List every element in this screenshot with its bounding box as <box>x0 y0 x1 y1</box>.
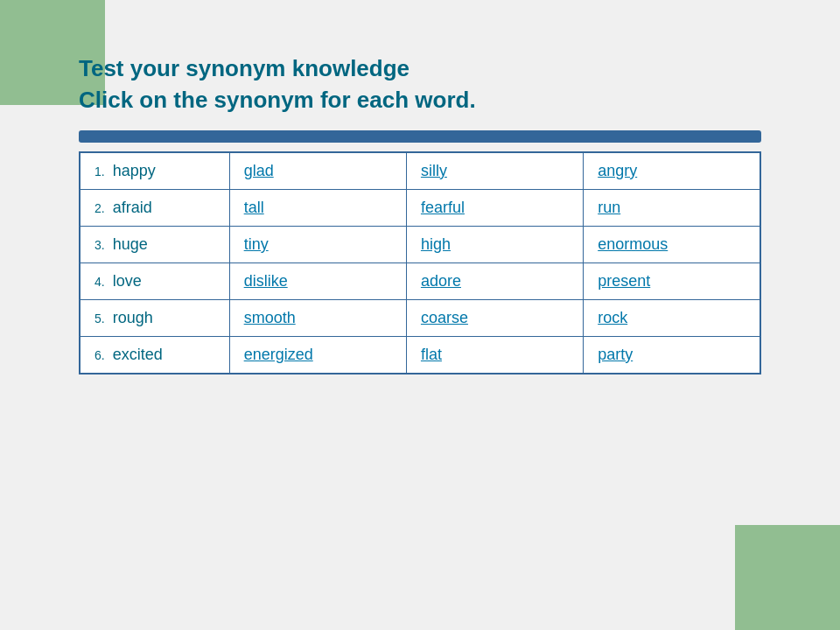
title-line2: Click on the synonym for each word. <box>79 87 476 113</box>
word-label-1: happy <box>108 162 156 179</box>
word-cell-2: 2. afraid <box>80 189 229 226</box>
option-2-2[interactable]: fearful <box>406 189 583 226</box>
option-4-1[interactable]: dislike <box>229 262 406 299</box>
option-5-2[interactable]: coarse <box>406 299 583 336</box>
table-row: 6. excitedenergizedflatparty <box>80 336 760 374</box>
word-label-4: love <box>108 272 142 290</box>
option-1-1[interactable]: glad <box>229 152 406 190</box>
option-6-1[interactable]: energized <box>229 336 406 374</box>
title-line1: Test your synonym knowledge <box>79 55 410 81</box>
word-label-5: rough <box>108 309 153 326</box>
word-cell-5: 5. rough <box>80 299 229 336</box>
option-5-3[interactable]: rock <box>584 299 760 336</box>
table-row: 5. roughsmoothcoarserock <box>80 299 760 336</box>
table-row: 1. happygladsillyangry <box>80 152 760 190</box>
table-row: 3. hugetinyhighenormous <box>80 226 760 262</box>
row-num-3: 3. <box>94 238 105 252</box>
blue-divider <box>79 130 761 143</box>
content-area: Test your synonym knowledge Click on the… <box>79 52 761 578</box>
word-label-2: afraid <box>108 199 152 216</box>
option-3-2[interactable]: high <box>406 226 583 262</box>
row-num-4: 4. <box>94 275 105 289</box>
word-label-6: excited <box>108 346 163 363</box>
option-4-2[interactable]: adore <box>406 262 583 299</box>
option-6-3[interactable]: party <box>584 336 760 374</box>
row-num-1: 1. <box>94 164 105 178</box>
option-2-3[interactable]: run <box>584 189 760 226</box>
option-3-1[interactable]: tiny <box>229 226 406 262</box>
option-2-1[interactable]: tall <box>229 189 406 226</box>
row-num-5: 5. <box>94 312 105 326</box>
option-1-2[interactable]: silly <box>406 152 583 190</box>
option-6-2[interactable]: flat <box>406 336 583 374</box>
synonym-table: 1. happygladsillyangry2. afraidtallfearf… <box>79 151 761 374</box>
word-cell-3: 3. huge <box>80 226 229 262</box>
table-row: 4. lovedislikeadorepresent <box>80 262 760 299</box>
option-1-3[interactable]: angry <box>584 152 760 190</box>
option-4-3[interactable]: present <box>584 262 760 299</box>
row-num-6: 6. <box>94 348 105 362</box>
page-title: Test your synonym knowledge Click on the… <box>79 52 761 116</box>
word-label-3: huge <box>108 235 148 253</box>
word-cell-4: 4. love <box>80 262 229 299</box>
row-num-2: 2. <box>94 201 105 215</box>
word-cell-1: 1. happy <box>80 152 229 190</box>
word-cell-6: 6. excited <box>80 336 229 374</box>
option-5-1[interactable]: smooth <box>229 299 406 336</box>
option-3-3[interactable]: enormous <box>584 226 760 262</box>
table-row: 2. afraidtallfearfulrun <box>80 189 760 226</box>
